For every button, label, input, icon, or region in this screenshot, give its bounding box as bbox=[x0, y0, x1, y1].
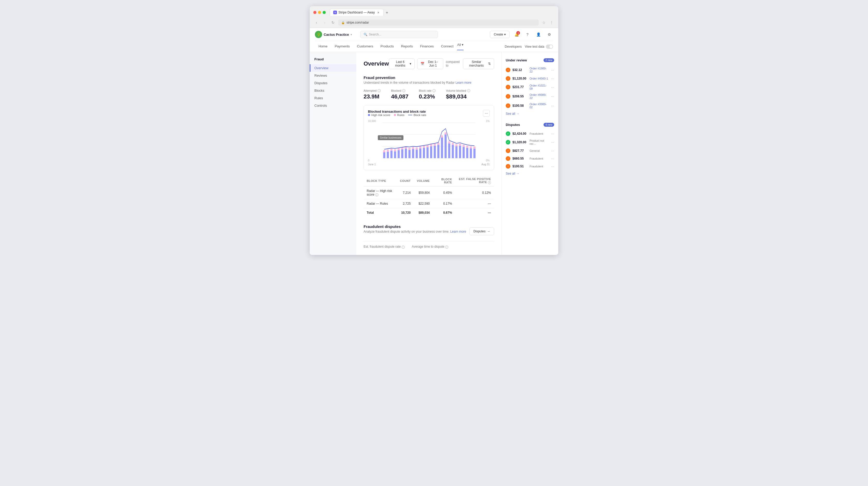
nav-products[interactable]: Products bbox=[377, 41, 397, 52]
review-item-4[interactable]: ! $208.55 Order #9989-22 ··· bbox=[506, 92, 554, 101]
browser-menu-button[interactable]: ⋮ bbox=[549, 20, 555, 26]
disputes-badge: 4 new bbox=[544, 123, 554, 127]
toggle-switch[interactable] bbox=[546, 44, 553, 49]
dispute-more-2[interactable]: ··· bbox=[551, 140, 554, 144]
volume-blocked-info-icon[interactable]: i bbox=[467, 89, 470, 92]
avg-time-info-icon[interactable]: i bbox=[445, 246, 448, 249]
date-filter-button[interactable]: Last 6 months ▾ bbox=[389, 58, 414, 69]
comparison-button[interactable]: Similar merchants ⇅ bbox=[463, 58, 494, 69]
review-more-1[interactable]: ··· bbox=[551, 68, 554, 72]
dispute-type-5: Fraudulent bbox=[530, 165, 549, 168]
minimize-button[interactable] bbox=[318, 11, 321, 14]
nav-connect[interactable]: Connect bbox=[437, 41, 457, 52]
learn-more-link[interactable]: Learn more bbox=[456, 81, 471, 85]
review-more-5[interactable]: ··· bbox=[551, 103, 554, 108]
svg-rect-11 bbox=[408, 150, 410, 158]
dispute-more-1[interactable]: ··· bbox=[551, 131, 554, 136]
nav-reports[interactable]: Reports bbox=[398, 41, 417, 52]
active-tab[interactable]: S Stripe Dashboard — Away ✕ bbox=[330, 9, 383, 16]
attempted-info-icon[interactable]: i bbox=[377, 89, 381, 92]
svg-rect-7 bbox=[394, 151, 396, 158]
sidebar-item-controls[interactable]: Controls bbox=[310, 102, 356, 109]
dispute-item-3[interactable]: ! $827.77 General ··· bbox=[506, 147, 554, 155]
svg-rect-37 bbox=[408, 148, 410, 150]
nav-payments[interactable]: Payments bbox=[331, 41, 353, 52]
reload-button[interactable]: ↻ bbox=[330, 20, 336, 26]
dispute-more-4[interactable]: ··· bbox=[551, 156, 554, 161]
nav-finances[interactable]: Finances bbox=[416, 41, 437, 52]
back-button[interactable]: ‹ bbox=[313, 20, 319, 26]
compared-to-label: compared to bbox=[446, 60, 460, 67]
developers-link[interactable]: Developers bbox=[505, 44, 522, 49]
view-test-data-label: View test data bbox=[525, 45, 544, 49]
disputes-button[interactable]: Disputes → bbox=[469, 227, 494, 235]
search-box[interactable]: 🔍 Search... bbox=[360, 31, 438, 38]
tab-close-button[interactable]: ✕ bbox=[376, 11, 380, 14]
disputes-learn-more-link[interactable]: Learn more bbox=[450, 230, 466, 234]
tab-title: Stripe Dashboard — Away bbox=[338, 11, 375, 14]
review-item-5[interactable]: ! $100.58 Order #3989-02 ··· bbox=[506, 101, 554, 110]
under-review-see-all[interactable]: See all → bbox=[506, 112, 554, 116]
nav-customers[interactable]: Customers bbox=[353, 41, 377, 52]
toggle-dot bbox=[550, 45, 553, 48]
bookmark-button[interactable]: ☆ bbox=[541, 20, 547, 26]
sidebar-item-reviews[interactable]: Reviews bbox=[310, 72, 356, 79]
nav-home[interactable]: Home bbox=[315, 41, 331, 52]
review-more-2[interactable]: ··· bbox=[551, 77, 554, 81]
table-row: Radar — Rules 2,725 $22,590 0.17% — bbox=[364, 199, 494, 208]
review-more-3[interactable]: ··· bbox=[551, 85, 554, 89]
high-risk-info-icon[interactable]: i bbox=[375, 193, 378, 196]
review-order-4: Order #9989-22 bbox=[530, 93, 549, 99]
svg-rect-46 bbox=[441, 135, 443, 138]
disputes-see-all[interactable]: See all → bbox=[506, 172, 554, 175]
sidebar-item-blocks[interactable]: Blocks bbox=[310, 87, 356, 94]
settings-button[interactable]: ⚙ bbox=[545, 31, 553, 38]
close-button[interactable] bbox=[313, 11, 316, 14]
sidebar-item-rules[interactable]: Rules bbox=[310, 94, 356, 102]
block-rate-info-icon[interactable]: i bbox=[432, 89, 436, 92]
help-button[interactable]: ? bbox=[524, 31, 531, 38]
account-button[interactable]: 👤 bbox=[534, 31, 542, 38]
maximize-button[interactable] bbox=[323, 11, 326, 14]
review-item-1[interactable]: ! $32.12 Order #1989-22 ··· bbox=[506, 65, 554, 74]
dispute-item-5[interactable]: ! $100.51 Fraudulent ··· bbox=[506, 162, 554, 170]
dispute-type-2: Product not rec... bbox=[530, 139, 549, 145]
review-order-5: Order #3989-02 bbox=[530, 102, 549, 109]
svg-rect-13 bbox=[415, 150, 418, 158]
review-item-3[interactable]: ! $231.77 Order #1021-09 ··· bbox=[506, 82, 554, 92]
disputes-arrow-icon: → bbox=[487, 230, 490, 233]
nav-all[interactable]: All ▾ bbox=[457, 43, 463, 50]
view-test-data-toggle[interactable]: View test data bbox=[525, 44, 553, 49]
dispute-item-4[interactable]: ! $660.55 Fraudulent ··· bbox=[506, 155, 554, 162]
dispute-more-5[interactable]: ··· bbox=[551, 164, 554, 169]
sidebar-item-disputes[interactable]: Disputes bbox=[310, 79, 356, 87]
review-more-4[interactable]: ··· bbox=[551, 94, 554, 98]
dispute-rate-info-icon[interactable]: i bbox=[402, 246, 405, 249]
nav-right: Developers View test data bbox=[505, 44, 553, 49]
blocked-info-icon[interactable]: i bbox=[402, 89, 405, 92]
review-item-2[interactable]: ! $1,120.00 Order #4560-1 ··· bbox=[506, 74, 554, 82]
notifications-button[interactable]: 🔔 1 bbox=[513, 31, 521, 38]
col-count: COUNT bbox=[397, 175, 414, 186]
disputes-panel: Disputes 4 new ✓ $2,424.00 Fraudulent ··… bbox=[506, 123, 554, 175]
date-range-button[interactable]: 📅 Dec 1–Jun 1 bbox=[417, 58, 443, 69]
row-total-block-rate: 0.67% bbox=[433, 208, 455, 217]
false-positive-info-icon[interactable]: i bbox=[488, 181, 491, 184]
stat-block-rate: Block rate i 0.23% bbox=[419, 89, 436, 100]
dispute-item-2[interactable]: ✓ $1,320.00 Product not rec... ··· bbox=[506, 138, 554, 147]
sidebar-item-overview[interactable]: Overview bbox=[310, 64, 356, 72]
address-bar[interactable]: 🔒 stripe.com/radar bbox=[338, 20, 538, 26]
new-tab-button[interactable]: + bbox=[384, 9, 390, 16]
chart-axis-start: June 1 bbox=[368, 163, 376, 166]
svg-rect-38 bbox=[412, 147, 414, 149]
dispute-more-3[interactable]: ··· bbox=[551, 149, 554, 153]
create-button[interactable]: Create ▾ bbox=[490, 31, 509, 38]
brand-area[interactable]: 🌵 Cactus Practice ▾ bbox=[315, 31, 352, 38]
svg-rect-54 bbox=[470, 146, 472, 148]
chart-section: Blocked transactions and block rate High… bbox=[364, 105, 494, 170]
dispute-item-1[interactable]: ✓ $2,424.00 Fraudulent ··· bbox=[506, 130, 554, 138]
svg-rect-25 bbox=[459, 146, 461, 158]
disputes-see-all-arrow-icon: → bbox=[516, 172, 520, 175]
chart-more-button[interactable]: ··· bbox=[483, 110, 490, 117]
header-search: 🔍 Search... bbox=[360, 31, 438, 38]
